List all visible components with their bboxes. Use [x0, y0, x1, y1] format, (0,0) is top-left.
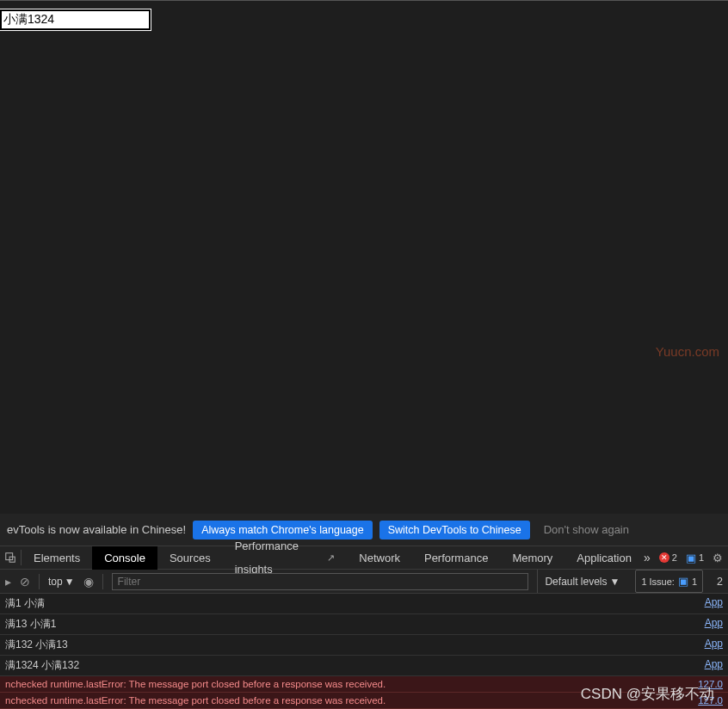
dont-show-button[interactable]: Don't show again — [537, 520, 636, 539]
console-output: 满1 小满App 满13 小满1App 满132 小满13App 满1324 小… — [0, 594, 728, 709]
tab-performance-insights[interactable]: Performance insights↗ — [223, 546, 348, 570]
source-link[interactable]: App — [705, 596, 723, 611]
eye-icon[interactable]: ◉ — [83, 575, 94, 589]
source-link[interactable]: 127.0 — [698, 679, 723, 689]
tab-performance[interactable]: Performance — [412, 546, 500, 570]
tab-application[interactable]: Application — [565, 546, 644, 570]
more-tabs-icon[interactable]: » — [644, 551, 651, 564]
tab-elements[interactable]: Elements — [22, 546, 92, 570]
error-row: nchecked runtime.lastError: The message … — [0, 693, 728, 709]
log-levels-selector[interactable]: Default levels ▼ — [537, 570, 626, 593]
context-selector[interactable]: top ▼ — [48, 576, 75, 588]
text-input[interactable] — [0, 9, 151, 30]
settings-icon[interactable]: ⚙ — [713, 552, 723, 564]
error-badge[interactable]: ✕2 — [659, 552, 677, 563]
log-row: 满13 小满1App — [0, 614, 728, 635]
source-link[interactable]: App — [705, 638, 723, 652]
tab-memory[interactable]: Memory — [500, 546, 565, 570]
filter-input[interactable] — [112, 573, 529, 590]
source-link[interactable]: App — [705, 617, 723, 632]
tab-network[interactable]: Network — [347, 546, 412, 570]
source-link[interactable]: App — [705, 658, 723, 673]
switch-chinese-button[interactable]: Switch DevTools to Chinese — [379, 521, 530, 539]
source-link[interactable]: 127.0 — [698, 695, 723, 706]
sidebar-toggle-icon[interactable]: ▸ — [5, 575, 11, 589]
input-container — [0, 9, 151, 30]
inspect-icon[interactable] — [0, 552, 21, 564]
browser-page — [0, 0, 728, 502]
log-row: 满132 小满13App — [0, 635, 728, 656]
devtools-tabs: Elements Console Sources Performance ins… — [0, 546, 728, 570]
message-badge[interactable]: ▣1 — [686, 552, 704, 564]
issues-button[interactable]: 1 Issue:▣1 — [635, 570, 703, 593]
tab-console[interactable]: Console — [92, 546, 157, 570]
arrow-up-icon: ↗ — [327, 546, 335, 570]
log-row: 满1324 小满132App — [0, 656, 728, 676]
banner-text: evTools is now available in Chinese! — [7, 523, 186, 536]
console-toolbar: ▸ ⊘ top ▼ ◉ Default levels ▼ 1 Issue:▣1 … — [0, 570, 728, 594]
error-row: nchecked runtime.lastError: The message … — [0, 676, 728, 693]
devtools-panel: evTools is now available in Chinese! Alw… — [0, 514, 728, 709]
log-row: 满1 小满App — [0, 594, 728, 614]
tab-sources[interactable]: Sources — [157, 546, 223, 570]
clear-console-icon[interactable]: ⊘ — [20, 575, 30, 589]
language-banner: evTools is now available in Chinese! Alw… — [0, 514, 728, 546]
